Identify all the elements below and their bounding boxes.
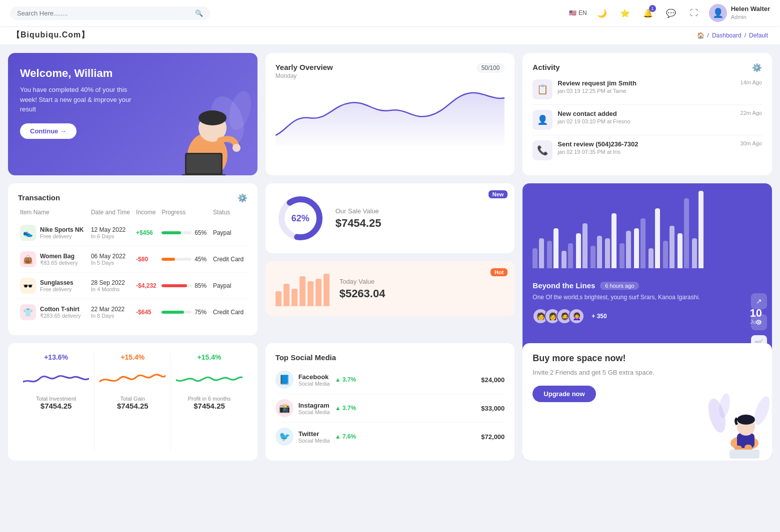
activity-text: New contact added jan 02 19 03:10 PM at … (558, 110, 735, 124)
continue-button[interactable]: Continue → (20, 123, 76, 139)
item-name: Sunglasses (40, 279, 74, 286)
share-icon[interactable]: ↗ (751, 293, 767, 309)
stat-value: $7454.25 (23, 402, 89, 410)
sale-label: Our Sale Value (336, 207, 382, 215)
search-icon: 🔍 (195, 9, 203, 17)
transaction-col-header: Status (211, 205, 248, 220)
activity-avatar: 📞 (532, 140, 552, 160)
item-name: Women Bag (40, 253, 78, 260)
date-main: 06 May 2022 (91, 253, 132, 260)
upgrade-desc: Invite 2 Friends and get 5 GB extra spac… (532, 368, 658, 378)
social-growth: ▲ 3.7% (335, 405, 356, 412)
messages-button[interactable]: 💬 (663, 5, 679, 21)
upgrade-card: Buy more space now! Invite 2 Friends and… (522, 343, 772, 461)
progress-cell: 75% (162, 309, 209, 316)
activity-header: Activity ⚙️ (532, 63, 762, 72)
income-cell: +$456 (134, 220, 160, 246)
progress-cell: 45% (162, 256, 209, 263)
bar-chart-area (532, 193, 762, 273)
fullscreen-button[interactable]: ⛶ (686, 5, 702, 21)
upgrade-button[interactable]: Upgrade now (532, 386, 596, 402)
svg-point-8 (232, 144, 240, 152)
activity-avatar: 👤 (532, 110, 552, 130)
table-row: 👜 Women Bag ₹83.65 delivery 06 May 2022 … (18, 246, 248, 273)
stat-item: +15.4% Profit in 6 months $7454.25 (171, 353, 247, 451)
activity-item-sub: jan 03 19 12:25 PM at Tame (558, 88, 735, 94)
social-type: Social Media (298, 381, 330, 387)
transaction-card: Transaction ⚙️ Item NameDate and TimeInc… (8, 183, 258, 335)
yearly-chart (276, 85, 505, 145)
stat-value: $7454.25 (176, 402, 242, 410)
welcome-illustration (162, 90, 252, 175)
transaction-settings-icon[interactable]: ⚙️ (238, 193, 248, 203)
income-cell: -$4,232 (134, 273, 160, 299)
yearly-overview-card: Yearly Overview Monday 50/100 (266, 53, 515, 175)
welcome-card: Welcome, William You have completed 40% … (8, 53, 258, 175)
yearly-day: Monday (276, 72, 333, 79)
activity-item-title: New contact added (558, 110, 735, 117)
date-sub: In 6 Days (91, 233, 132, 239)
home-icon[interactable]: 🏠 (697, 32, 704, 39)
beyond-desc: One Of the world,s brightest, young surf… (532, 293, 762, 302)
social-item: 📸 Instagram Social Media ▲ 3.7% $33,000 (276, 394, 505, 423)
date-sub: In 4 Months (91, 286, 132, 292)
dark-mode-toggle[interactable]: 🌙 (594, 5, 610, 21)
item-icon: 👟 (20, 225, 36, 241)
item-delivery: Free delivery (40, 233, 84, 239)
favorites-button[interactable]: ⭐ (617, 5, 633, 21)
stat-label: Total Gain (100, 396, 166, 402)
nav-icons: 🇺🇸 EN 🌙 ⭐ 🔔 1 💬 ⛶ 👤 Helen Walter Admin (569, 4, 770, 22)
social-amount: $33,000 (481, 405, 504, 412)
item-name: Nike Sports NK (40, 226, 84, 233)
breadcrumb-dashboard[interactable]: Dashboard (712, 32, 742, 39)
activity-item: 📋 Review request jim Smith jan 03 19 12:… (532, 74, 762, 105)
time-ago-badge: 6 hours ago (600, 282, 639, 290)
breadcrumb-current: Default (749, 32, 768, 39)
sale-donut: 62% (276, 193, 326, 243)
activity-time: 22m Ago (740, 110, 762, 116)
sale-info: Our Sale Value $7454.25 (336, 207, 382, 230)
notification-badge: 1 (649, 5, 656, 12)
social-title: Top Social Media (276, 353, 505, 362)
sale-value-card: 62% Our Sale Value $7454.25 New (266, 183, 515, 253)
date-main: 12 May 2022 (91, 226, 132, 233)
activity-avatar: 📋 (532, 79, 552, 99)
today-value: $5263.04 (340, 287, 386, 300)
item-icon: 🕶️ (20, 278, 36, 294)
hot-badge: Hot (490, 268, 508, 276)
search-input[interactable] (17, 9, 191, 17)
social-growth: ▲ 3.7% (335, 376, 356, 383)
date-main: 28 Sep 2022 (91, 279, 132, 286)
date-sub: In 8 Days (91, 313, 132, 319)
item-delivery: Free delivery (40, 286, 74, 292)
language-selector[interactable]: 🇺🇸 EN (569, 9, 587, 16)
welcome-title: Welcome, William (20, 67, 246, 80)
social-name: Instagram (298, 402, 330, 409)
transaction-table: Item NameDate and TimeIncomeProgressStat… (18, 205, 248, 325)
item-delivery: ₹283.65 delivery (40, 313, 81, 319)
activity-list: 📋 Review request jim Smith jan 03 19 12:… (532, 74, 762, 165)
social-icon: 🐦 (276, 428, 294, 446)
activity-item-title: Sent review (504)236-7302 (558, 140, 735, 148)
today-value-card: Today Value $5263.04 Hot (266, 261, 515, 316)
notifications-button[interactable]: 🔔 1 (640, 5, 656, 21)
user-profile[interactable]: 👤 Helen Walter Admin (709, 4, 770, 22)
stat-pct: +15.4% (176, 353, 242, 361)
sale-value: $7454.25 (336, 217, 382, 230)
settings-icon[interactable]: ⚙ (751, 314, 767, 330)
transaction-col-header: Progress (160, 205, 211, 220)
avatar: 👤 (709, 4, 727, 22)
social-icon: 📘 (276, 371, 294, 389)
table-row: 👕 Cotton T-shirt ₹283.65 delivery 22 Mar… (18, 299, 248, 326)
welcome-subtitle: You have completed 40% of your this week… (20, 85, 135, 114)
sparkline-chart (100, 366, 166, 391)
social-name: Twitter (298, 430, 330, 438)
income-cell: -$645 (134, 299, 160, 326)
status-cell: Credit Card (211, 246, 248, 273)
item-delivery: ₹83.65 delivery (40, 260, 78, 266)
activity-settings-icon[interactable]: ⚙️ (752, 63, 762, 72)
progress-pct: 85% (194, 282, 206, 289)
activity-item-title: Review request jim Smith (558, 79, 735, 87)
transaction-col-header: Date and Time (89, 205, 134, 220)
breadcrumb-bar: 【Biqubiqu.Com】 🏠 / Dashboard / Default (0, 26, 780, 45)
